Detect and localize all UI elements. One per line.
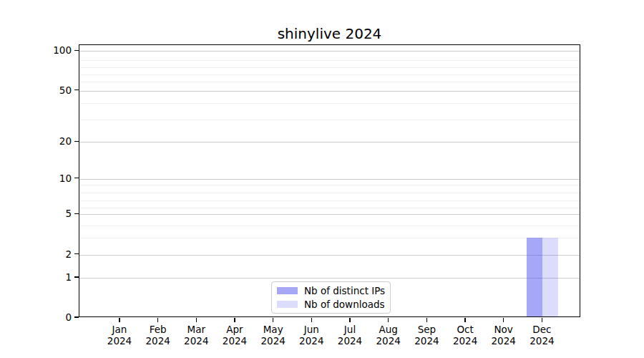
bar-downloads-dec (542, 238, 558, 316)
y-tick-5 (74, 213, 79, 214)
gridline-major-100 (79, 51, 580, 52)
gridline-minor-90 (79, 60, 580, 61)
gridline-minor-70 (79, 74, 580, 75)
y-tick-label-2: 2 (0, 248, 72, 261)
x-tick-Oct (464, 318, 465, 322)
x-tick-Nov (503, 318, 504, 322)
gridline-minor-80 (79, 67, 580, 68)
gridline-minor-60 (79, 82, 580, 82)
y-tick-1 (74, 276, 79, 277)
x-tick-Feb (157, 318, 158, 322)
x-tick-Jul (349, 318, 350, 322)
x-tick-month: Dec (513, 324, 570, 335)
chart-title: shinylive 2024 (79, 25, 580, 42)
gridline-minor-4 (79, 226, 580, 226)
y-tick-100 (74, 50, 79, 51)
gridline-major-20 (79, 142, 580, 142)
gridline-major-2 (79, 255, 580, 256)
y-tick-50 (74, 90, 79, 90)
y-tick-20 (74, 141, 79, 142)
chart-figure: shinylive 2024 Nb of distinct IPs Nb of … (0, 0, 644, 358)
bar-distinct-ips-dec (527, 238, 542, 316)
legend-swatch-distinct-ips (277, 287, 298, 295)
legend-item-downloads: Nb of downloads (277, 299, 390, 310)
x-tick-Aug (388, 318, 389, 322)
legend-label-downloads: Nb of downloads (304, 299, 385, 310)
x-tick-Dec (542, 318, 542, 322)
x-tick-Mar (196, 318, 197, 322)
x-tick-label-Dec: Dec2024 (513, 324, 570, 347)
y-tick-0 (74, 316, 79, 317)
gridline-major-1 (79, 278, 580, 279)
gridline-minor-8 (79, 193, 580, 193)
legend-item-distinct-ips: Nb of distinct IPs (277, 285, 390, 296)
x-tick-Apr (234, 318, 235, 322)
x-tick-year: 2024 (513, 335, 570, 347)
gridline-minor-30 (79, 120, 580, 120)
gridline-minor-9 (79, 185, 580, 185)
legend-swatch-downloads (277, 301, 298, 309)
legend-label-distinct-ips: Nb of distinct IPs (304, 285, 385, 296)
y-tick-label-5: 5 (0, 207, 72, 220)
y-tick-label-0: 0 (0, 311, 72, 324)
gridline-minor-40 (79, 103, 580, 104)
y-tick-label-10: 10 (0, 172, 72, 185)
plot-area: Nb of distinct IPs Nb of downloads (79, 44, 580, 317)
gridline-major-50 (79, 91, 580, 92)
x-tick-Jan (119, 318, 119, 322)
gridline-minor-3 (79, 238, 580, 238)
x-tick-Sep (426, 318, 427, 322)
gridline-minor-7 (79, 200, 580, 201)
y-tick-label-50: 50 (0, 84, 72, 97)
y-tick-10 (74, 178, 79, 178)
y-tick-label-100: 100 (0, 44, 72, 57)
y-tick-label-20: 20 (0, 135, 72, 147)
gridline-minor-6 (79, 208, 580, 208)
y-tick-label-1: 1 (0, 271, 72, 284)
x-tick-May (273, 318, 273, 322)
x-tick-Jun (311, 318, 312, 322)
legend: Nb of distinct IPs Nb of downloads (271, 281, 391, 314)
gridline-major-10 (79, 179, 580, 180)
y-tick-2 (74, 253, 79, 254)
gridline-major-5 (79, 214, 580, 215)
